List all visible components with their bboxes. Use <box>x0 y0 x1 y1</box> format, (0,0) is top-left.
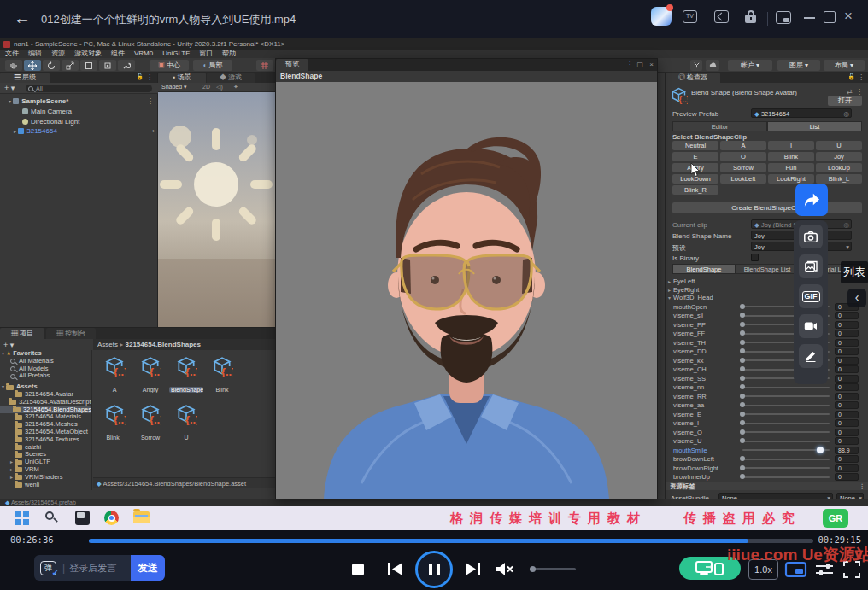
rotate-tool-icon[interactable] <box>43 60 60 71</box>
close-icon[interactable]: × <box>844 8 853 25</box>
gif-record-icon[interactable]: GIF <box>799 284 823 308</box>
menu-item[interactable]: 帮助 <box>222 50 236 58</box>
preview-prefab-field[interactable]: ◆ 32154654 ◎ <box>751 108 852 118</box>
menu-item[interactable]: 游戏对象 <box>74 50 102 58</box>
menu-item[interactable]: 组件 <box>111 50 125 58</box>
tv-cast-icon[interactable]: TV <box>683 10 697 23</box>
tab-scene[interactable]: ▪ 场景 <box>158 73 206 83</box>
list-overlay-button[interactable]: 列表 <box>841 261 868 283</box>
slider-track[interactable] <box>742 431 830 433</box>
layout-dropdown[interactable]: 布局 ▾ <box>824 60 865 71</box>
blendshapeclip-button-sorrow[interactable]: Sorrow <box>720 163 766 172</box>
taskbar-search-icon[interactable] <box>45 511 58 524</box>
slider-track[interactable] <box>742 423 830 424</box>
scale-tool-icon[interactable] <box>62 60 79 71</box>
blendshapeclip-button-neutral[interactable]: Neutral <box>672 141 718 150</box>
slider-track[interactable] <box>742 441 830 442</box>
menu-item[interactable]: 资源 <box>51 50 65 58</box>
screenshot-camera-icon[interactable] <box>799 225 823 248</box>
asset-tile[interactable]: {..}Sorrow <box>132 403 168 444</box>
lock-toggle-icon[interactable]: 🔓 <box>136 73 144 80</box>
next-button[interactable] <box>464 560 482 578</box>
cloud-icon[interactable] <box>706 60 719 71</box>
blendshapeclip-button-e[interactable]: E <box>672 152 718 161</box>
slider-knob[interactable] <box>740 402 745 407</box>
menu-item[interactable]: UniGLTF <box>162 50 190 58</box>
audio-toggle-icon[interactable]: ◁) <box>216 84 223 91</box>
image-gallery-icon[interactable] <box>799 254 823 278</box>
slider-knob[interactable] <box>740 322 745 327</box>
subtab-blendshape-list[interactable]: BlendShape List <box>736 264 799 274</box>
asset-tile[interactable]: {..}BlendShape <box>168 355 204 396</box>
slider-track[interactable] <box>742 467 830 469</box>
slider-value[interactable]: 0 <box>835 312 859 319</box>
foldout-eyeleft[interactable]: ▸EyeLeft <box>666 277 868 286</box>
tab-preview[interactable]: 预览 <box>276 59 308 71</box>
slider-value[interactable]: 0 <box>835 330 859 337</box>
asset-labels-header[interactable]: 资源标签 ⋮ <box>666 482 868 490</box>
slider-value[interactable]: 0 <box>835 375 859 383</box>
slider-knob[interactable] <box>740 465 745 470</box>
slider-knob[interactable] <box>740 394 745 399</box>
preview-close-icon[interactable]: × <box>649 61 654 68</box>
slider-track[interactable] <box>742 405 830 406</box>
danmaku-toggle-icon[interactable]: 弹✓ <box>40 561 56 575</box>
pivot-center-button[interactable]: ▣ 中心 <box>150 60 189 71</box>
add-object-button[interactable]: + ▾ <box>4 84 15 92</box>
send-danmaku-button[interactable]: 发送 <box>131 555 165 581</box>
layers-dropdown[interactable]: 图层 ▾ <box>777 60 820 71</box>
tab-hierarchy[interactable]: ☰ 层级 <box>0 73 50 83</box>
slider-track[interactable] <box>742 459 830 460</box>
move-tool-icon[interactable] <box>24 60 41 71</box>
asset-tile[interactable]: {..}Blink <box>204 355 240 396</box>
slider-knob[interactable] <box>740 412 745 417</box>
hierarchy-item-directional-light[interactable]: Directional Light <box>0 117 158 126</box>
app-logo-icon[interactable] <box>651 7 672 26</box>
custom-tool-icon[interactable] <box>118 60 135 71</box>
tab-console[interactable]: ▦ 控制台 <box>46 328 96 339</box>
hierarchy-search-input[interactable]: All <box>26 85 152 92</box>
rect-tool-icon[interactable] <box>80 60 97 71</box>
slider-knob[interactable] <box>740 358 745 363</box>
object-picker-icon[interactable]: ◎ <box>843 110 849 118</box>
scene-viewport[interactable] <box>158 92 275 327</box>
slider-value[interactable]: 0 <box>835 357 859 365</box>
mode-tab-editor[interactable]: Editor <box>672 121 767 131</box>
grid-snap-icon[interactable] <box>256 60 273 71</box>
inspector-kebab-icon[interactable]: ⋮ <box>858 73 865 81</box>
slider-knob[interactable] <box>740 313 745 318</box>
slider-knob[interactable] <box>740 384 745 389</box>
slider-track[interactable] <box>742 476 830 478</box>
slider-knob[interactable] <box>740 304 745 309</box>
slider-knob[interactable] <box>740 429 745 435</box>
stop-button[interactable] <box>352 564 364 575</box>
taskbar-app-icon[interactable] <box>75 511 90 525</box>
screen-share-icon[interactable] <box>714 10 729 23</box>
tab-game[interactable]: ◆ 游戏 <box>207 73 255 83</box>
inspector-lock-icon[interactable]: 🔓 <box>847 73 855 80</box>
project-folder[interactable]: 32154654.Textures <box>0 436 91 444</box>
mute-button[interactable] <box>496 561 515 577</box>
blendshapeclip-button-a[interactable]: A <box>720 141 766 150</box>
slider-knob[interactable] <box>740 456 745 461</box>
mode-tab-list[interactable]: List <box>767 121 862 131</box>
blendshapeclip-button-lookright[interactable]: LookRight <box>768 174 814 184</box>
slider-value[interactable]: 0 <box>835 348 859 355</box>
scene-kebab-icon[interactable]: ⋮ <box>147 96 154 106</box>
slider-knob[interactable] <box>740 438 745 443</box>
open-button[interactable]: 打开 <box>828 96 862 106</box>
slider-value[interactable]: 0 <box>835 365 859 373</box>
blendshapeclip-button-blink_r[interactable]: Blink_R <box>672 185 718 195</box>
video-record-icon[interactable] <box>799 314 823 338</box>
tab-inspector[interactable]: ◎ 检查器 <box>666 73 720 83</box>
asset-tile[interactable]: {..}A <box>97 355 132 396</box>
is-binary-checkbox[interactable] <box>751 254 759 261</box>
tab-project[interactable]: ▦ 项目 <box>0 328 44 339</box>
slider-knob[interactable] <box>740 330 745 336</box>
asset-tile[interactable]: {..}Blink_ <box>97 403 132 444</box>
asset-tile[interactable]: {..}U <box>168 403 204 444</box>
hierarchy-scene-row[interactable]: ▾ SampleScene* ⋮ <box>0 96 158 106</box>
collapse-chevron-icon[interactable]: ‹ <box>847 289 866 307</box>
blendshapeclip-button-lookup[interactable]: LookUp <box>816 163 862 172</box>
breadcrumb-root[interactable]: Assets <box>97 341 118 348</box>
